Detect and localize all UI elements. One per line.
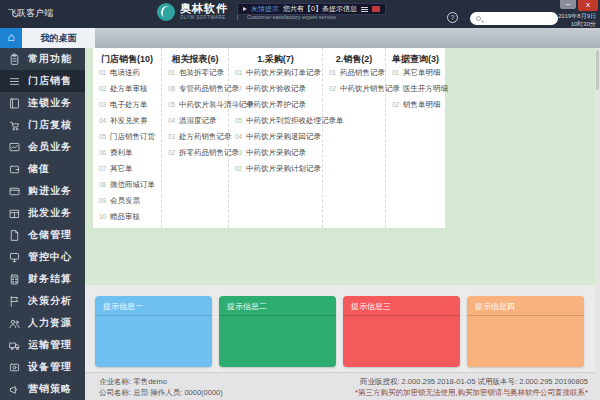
desktop-shortcut[interactable]: 01药品销售记录	[323, 68, 385, 84]
desktop-shortcut[interactable]: 02销售单明细	[386, 100, 445, 116]
sidebar-item-10[interactable]: 财务结算	[0, 268, 85, 290]
sidebar-item-11[interactable]: 决策分析	[0, 290, 85, 312]
search-box[interactable]	[470, 12, 558, 25]
desktop-shortcut[interactable]: 02中药饮片采购计划记录	[229, 164, 322, 180]
desktop-shortcut[interactable]: 03电子处方单	[93, 100, 161, 116]
sidebar-item-12[interactable]: 人力资源	[0, 312, 85, 334]
list-icon[interactable]	[361, 7, 368, 12]
desktop-shortcut[interactable]: 04温湿度记录	[162, 116, 228, 132]
shortcut-number: 01	[392, 69, 403, 76]
tab-bar: ⌂ 我的桌面	[0, 28, 600, 48]
time-text: 10时30分	[558, 20, 596, 28]
sidebar-item-5[interactable]: 储值	[0, 158, 85, 180]
license-warning: *第三方购买的加密锁无法使用,购买加密锁请与奥林软件公司直接联系*	[355, 388, 588, 399]
desktop-shortcut[interactable]: 04补发兑奖券	[93, 116, 161, 132]
shortcut-number: 07	[235, 85, 246, 92]
home-icon[interactable]: ⌂	[0, 28, 22, 48]
sidebar-item-label: 储值	[28, 162, 50, 176]
sidebar-item-6[interactable]: 购进业务	[0, 180, 85, 202]
sidebar-item-14[interactable]: 设备管理	[0, 356, 85, 378]
shortcut-label: 医生开方明细	[403, 84, 448, 94]
tab-my-desktop[interactable]: 我的桌面	[22, 28, 95, 48]
shortcut-label: 中药饮片采购退回记录	[246, 132, 321, 142]
desktop-shortcut[interactable]: 03医生开方明细	[386, 84, 445, 100]
desktop-shortcut[interactable]: 09会员发票	[93, 196, 161, 212]
shortcut-number: 02	[168, 149, 179, 156]
sidebar-item-2[interactable]: 连锁业务	[0, 92, 85, 114]
sidebar-item-label: 营销策略	[28, 382, 72, 396]
sidebar-item-9[interactable]: 管控中心	[0, 246, 85, 268]
desktop-shortcut[interactable]: 07中药饮片验收记录	[229, 84, 322, 100]
desktop-shortcut[interactable]: 06费利单	[93, 148, 161, 164]
title-bar: 飞跃客户端 奥林软件 OLYM SOFTWARE 让客户满意的专家型服务 Cus…	[0, 0, 600, 28]
shortcut-panel: 门店销售(10)01电话送药02处方单审核03电子处方单04补发兑奖券05门店销…	[93, 48, 445, 228]
box-icon	[0, 207, 28, 220]
calculator-icon	[0, 273, 28, 286]
shortcut-group-3: 2.销售(2)01药品销售记录02中药饮片销售记录	[322, 48, 385, 228]
shortcut-label: 销售单明细	[403, 100, 441, 110]
wallet-icon	[0, 163, 28, 176]
sidebar-item-label: 常用功能	[28, 52, 72, 66]
close-button[interactable]: x	[578, 0, 598, 11]
sidebar-item-4[interactable]: 会员业务	[0, 136, 85, 158]
info-card-title: 提示信息三	[343, 296, 460, 316]
minimize-button[interactable]: –	[560, 0, 576, 9]
vertical-scrollbar[interactable]	[595, 48, 600, 400]
file-icon	[0, 229, 28, 242]
card-icon	[0, 185, 28, 198]
shortcut-label: 处方药销售记录	[179, 132, 232, 142]
desktop-shortcut[interactable]: 02中药饮片销售记录	[323, 84, 385, 100]
help-icon[interactable]: ?	[447, 12, 458, 23]
group-title: 相关报表(6)	[162, 53, 228, 68]
mute-icon[interactable]	[372, 6, 380, 12]
sidebar-item-3[interactable]: 门店复核	[0, 114, 85, 136]
desktop-shortcut[interactable]: 06中药饮片养护记录	[229, 100, 322, 116]
shortcut-number: 01	[168, 69, 179, 76]
desktop-shortcut[interactable]: 06专管药品销售记录	[162, 84, 228, 100]
desktop-shortcut[interactable]: 03中药饮片采购记录	[229, 148, 322, 164]
shortcut-number: 04	[235, 133, 246, 140]
group-title: 单据查询(3)	[386, 53, 445, 68]
desktop-shortcut[interactable]: 02拆零药品销售记录	[162, 148, 228, 164]
sidebar-item-label: 管控中心	[28, 250, 72, 264]
sidebar-item-1[interactable]: 门店销售	[0, 70, 85, 92]
clipboard-icon	[0, 53, 28, 66]
shortcut-number: 05	[235, 117, 246, 124]
desktop-shortcut[interactable]: 01包装拆零记录	[162, 68, 228, 84]
desktop-shortcut[interactable]: 03处方药销售记录	[162, 132, 228, 148]
main-content: 门店销售(10)01电话送药02处方单审核03电子处方单04补发兑奖券05门店销…	[85, 48, 600, 400]
desktop-shortcut[interactable]: 07其它单	[93, 164, 161, 180]
sidebar-item-label: 人力资源	[28, 316, 72, 330]
shortcut-label: 微信商城订单	[110, 180, 155, 190]
company-operator: 公司名称: 总部 操作人员: 0000(0000)	[99, 388, 223, 399]
desktop-shortcut[interactable]: 05门店销售订货	[93, 132, 161, 148]
desktop-shortcut[interactable]: 02处方单审核	[93, 84, 161, 100]
shortcut-label: 补发兑奖券	[110, 116, 148, 126]
desktop-shortcut[interactable]: 01电话送药	[93, 68, 161, 84]
shortcut-number: 06	[168, 85, 179, 92]
license-info: 商业版授权: 2.000.295 2018-01-05 试用版本号: 2.000…	[355, 377, 588, 388]
scrollbar-thumb[interactable]	[596, 50, 599, 90]
play-icon[interactable]	[243, 7, 247, 11]
sidebar-item-8[interactable]: 仓储管理	[0, 224, 85, 246]
shortcut-number: 06	[99, 149, 110, 156]
desktop-shortcut[interactable]: 08微信商城订单	[93, 180, 161, 196]
sidebar-item-7[interactable]: 批发业务	[0, 202, 85, 224]
sidebar-item-13[interactable]: 运输管理	[0, 334, 85, 356]
desktop-shortcut[interactable]: 04中药饮片采购退回记录	[229, 132, 322, 148]
desktop-shortcut[interactable]: 01其它单明细	[386, 68, 445, 84]
desktop-shortcut[interactable]: 05中药饮片装斗清斗记录	[162, 100, 228, 116]
desktop-shortcut[interactable]: 05中药饮片到货拒收处理记录单	[229, 116, 322, 132]
info-cards-area: 提示信息一提示信息二提示信息三提示信息四	[85, 285, 600, 372]
search-input[interactable]	[484, 14, 554, 23]
sidebar-item-15[interactable]: 营销策略	[0, 378, 85, 400]
notification-ticker[interactable]: 友情提示 您共有【0】条提示信息	[237, 3, 386, 15]
status-bar: 企业名称: 零售demo 公司名称: 总部 操作人员: 0000(0000) 商…	[85, 372, 600, 400]
desktop-shortcut[interactable]: 01中药饮片采购订单记录	[229, 68, 322, 84]
sidebar-item-0[interactable]: 常用功能	[0, 48, 85, 70]
shortcut-label: 费利单	[110, 148, 133, 158]
group-title: 2.销售(2)	[323, 53, 385, 68]
shortcut-number: 02	[392, 101, 403, 108]
shortcut-number: 03	[392, 85, 403, 92]
desktop-shortcut[interactable]: 10赠品审核	[93, 212, 161, 228]
